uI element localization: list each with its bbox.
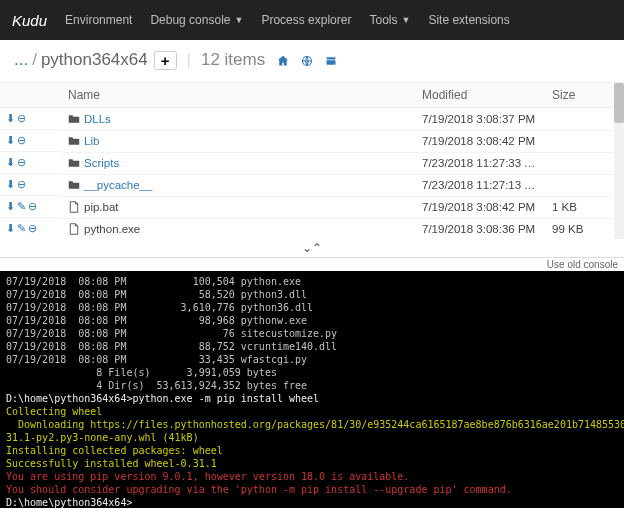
navbar: Kudu Environment Debug console▼ Process …: [0, 0, 624, 40]
breadcrumb-current: python364x64: [41, 50, 148, 70]
nav-tools[interactable]: Tools▼: [369, 13, 410, 27]
download-icon[interactable]: ⬇: [6, 222, 15, 235]
file-icon: [68, 223, 80, 235]
table-row: ⬇⊖Lib7/19/2018 3:08:42 PM: [0, 130, 624, 152]
caret-icon: ▼: [234, 15, 243, 25]
table-row: ⬇⊖Scripts7/23/2018 11:27:33 AM: [0, 152, 624, 174]
file-size: [546, 130, 624, 152]
table-row: ⬇✎⊖pip.bat7/19/2018 3:08:42 PM1 KB: [0, 196, 624, 218]
file-name[interactable]: Scripts: [84, 157, 119, 169]
add-button[interactable]: +: [154, 51, 177, 70]
file-size: [546, 152, 624, 174]
use-old-console-link[interactable]: Use old console: [547, 259, 618, 270]
console[interactable]: 07/19/2018 08:08 PM 100,504 python.exe07…: [0, 271, 624, 508]
folder-icon: [68, 135, 80, 147]
console-line: You are using pip version 9.0.1, however…: [6, 470, 618, 483]
folder-icon: [68, 179, 80, 191]
file-modified: 7/19/2018 3:08:42 PM: [416, 196, 546, 218]
brand-logo[interactable]: Kudu: [12, 12, 47, 29]
console-line: 4 Dir(s) 53,613,924,352 bytes free: [6, 379, 618, 392]
globe-icon[interactable]: [301, 52, 313, 68]
console-line: 07/19/2018 08:08 PM 58,520 python3.dll: [6, 288, 618, 301]
col-actions: [0, 83, 62, 108]
pipe-sep: |: [187, 50, 191, 70]
console-line: 07/19/2018 08:08 PM 100,504 python.exe: [6, 275, 618, 288]
file-name: pip.bat: [84, 201, 119, 213]
nav-site-extensions[interactable]: Site extensions: [428, 13, 509, 27]
console-line: Downloading https://files.pythonhosted.o…: [6, 418, 618, 431]
console-line: Installing collected packages: wheel: [6, 444, 618, 457]
col-size[interactable]: Size: [546, 83, 624, 108]
file-modified: 7/19/2018 3:08:42 PM: [416, 130, 546, 152]
console-line: You should consider upgrading via the 'p…: [6, 483, 618, 496]
file-listing: Name Modified Size ⬇⊖DLLs7/19/2018 3:08:…: [0, 83, 624, 239]
nav-environment[interactable]: Environment: [65, 13, 132, 27]
folder-icon: [68, 113, 80, 125]
file-name[interactable]: Lib: [84, 135, 99, 147]
console-line: 31.1-py2.py3-none-any.whl (41kB): [6, 431, 618, 444]
breadcrumb-root-link[interactable]: ...: [14, 50, 28, 70]
file-size: [546, 174, 624, 196]
svg-rect-2: [327, 57, 336, 59]
file-modified: 7/19/2018 3:08:36 PM: [416, 218, 546, 239]
item-count: 12 items: [201, 50, 265, 70]
delete-icon[interactable]: ⊖: [17, 156, 26, 169]
edit-icon[interactable]: ✎: [17, 222, 26, 235]
console-line: 8 File(s) 3,991,059 bytes: [6, 366, 618, 379]
file-size: 1 KB: [546, 196, 624, 218]
delete-icon[interactable]: ⊖: [17, 112, 26, 125]
console-line: 07/19/2018 08:08 PM 88,752 vcruntime140.…: [6, 340, 618, 353]
console-line: 07/19/2018 08:08 PM 76 sitecustomize.py: [6, 327, 618, 340]
nav-debug-console[interactable]: Debug console▼: [150, 13, 243, 27]
file-size: 99 KB: [546, 218, 624, 239]
download-icon[interactable]: ⬇: [6, 112, 15, 125]
console-line: Collecting wheel: [6, 405, 618, 418]
chevron-up-icon: ⌃: [312, 241, 322, 255]
col-modified[interactable]: Modified: [416, 83, 546, 108]
delete-icon[interactable]: ⊖: [17, 134, 26, 147]
file-name[interactable]: DLLs: [84, 113, 111, 125]
file-name: python.exe: [84, 223, 140, 235]
file-modified: 7/23/2018 11:27:13 AM: [416, 174, 546, 196]
file-table: Name Modified Size ⬇⊖DLLs7/19/2018 3:08:…: [0, 83, 624, 239]
download-icon[interactable]: ⬇: [6, 178, 15, 191]
file-name[interactable]: __pycache__: [84, 179, 152, 191]
console-line: 07/19/2018 08:08 PM 33,435 wfastcgi.py: [6, 353, 618, 366]
download-icon[interactable]: ⬇: [6, 200, 15, 213]
delete-icon[interactable]: ⊖: [28, 200, 37, 213]
console-header: Use old console: [0, 257, 624, 271]
download-icon[interactable]: ⬇: [6, 134, 15, 147]
edit-icon[interactable]: ✎: [17, 200, 26, 213]
caret-icon: ▼: [401, 15, 410, 25]
file-modified: 7/23/2018 11:27:33 AM: [416, 152, 546, 174]
console-line: 07/19/2018 08:08 PM 98,968 pythonw.exe: [6, 314, 618, 327]
scrollbar-track[interactable]: [614, 83, 624, 239]
file-modified: 7/19/2018 3:08:37 PM: [416, 108, 546, 131]
scrollbar-thumb[interactable]: [614, 83, 624, 123]
svg-rect-1: [327, 60, 336, 65]
console-prompt[interactable]: D:\home\python364x64>: [6, 496, 618, 508]
chevron-down-icon: ⌄: [302, 241, 312, 255]
file-size: [546, 108, 624, 131]
breadcrumb-sep: /: [32, 50, 37, 70]
table-row: ⬇⊖DLLs7/19/2018 3:08:37 PM: [0, 108, 624, 131]
collapse-toggle[interactable]: ⌄⌃: [0, 239, 624, 257]
nav-process-explorer[interactable]: Process explorer: [261, 13, 351, 27]
console-line: D:\home\python364x64>python.exe -m pip i…: [6, 392, 618, 405]
console-line: Successfully installed wheel-0.31.1: [6, 457, 618, 470]
download-icon[interactable]: ⬇: [6, 156, 15, 169]
breadcrumb: ... / python364x64 + | 12 items: [0, 40, 624, 83]
table-row: ⬇⊖__pycache__7/23/2018 11:27:13 AM: [0, 174, 624, 196]
folder-icon: [68, 157, 80, 169]
col-name[interactable]: Name: [62, 83, 416, 108]
console-line: 07/19/2018 08:08 PM 3,610,776 python36.d…: [6, 301, 618, 314]
table-row: ⬇✎⊖python.exe7/19/2018 3:08:36 PM99 KB: [0, 218, 624, 239]
home-icon[interactable]: [277, 52, 289, 68]
disk-icon[interactable]: [325, 52, 337, 68]
delete-icon[interactable]: ⊖: [17, 178, 26, 191]
delete-icon[interactable]: ⊖: [28, 222, 37, 235]
file-icon: [68, 201, 80, 213]
